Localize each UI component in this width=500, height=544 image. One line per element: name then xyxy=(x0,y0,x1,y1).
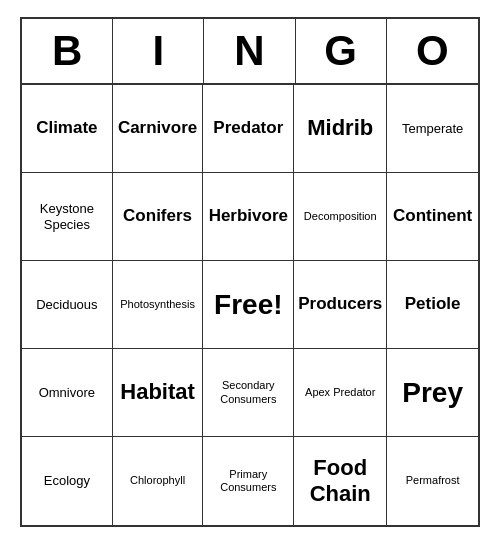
cell-label: Conifers xyxy=(123,206,192,226)
cell-label: Predator xyxy=(213,118,283,138)
bingo-cell: Ecology xyxy=(22,437,113,525)
bingo-cell: Photosynthesis xyxy=(113,261,204,349)
cell-label: Omnivore xyxy=(39,385,95,401)
bingo-cell: Petiole xyxy=(387,261,478,349)
header-letter: N xyxy=(204,19,295,83)
cell-label: Apex Predator xyxy=(305,386,375,399)
bingo-cell: Temperate xyxy=(387,85,478,173)
cell-label: Habitat xyxy=(120,379,195,405)
header-letter: O xyxy=(387,19,478,83)
bingo-cell: Prey xyxy=(387,349,478,437)
cell-label: Decomposition xyxy=(304,210,377,223)
cell-label: Deciduous xyxy=(36,297,97,313)
bingo-cell: Herbivore xyxy=(203,173,294,261)
bingo-cell: Keystone Species xyxy=(22,173,113,261)
bingo-cell: Primary Consumers xyxy=(203,437,294,525)
bingo-grid: ClimateCarnivorePredatorMidribTemperateK… xyxy=(22,85,478,525)
cell-label: Primary Consumers xyxy=(207,468,289,494)
bingo-cell: Carnivore xyxy=(113,85,204,173)
cell-label: Temperate xyxy=(402,121,463,137)
cell-label: Climate xyxy=(36,118,97,138)
bingo-card: BINGO ClimateCarnivorePredatorMidribTemp… xyxy=(20,17,480,527)
bingo-cell: Climate xyxy=(22,85,113,173)
bingo-cell: Secondary Consumers xyxy=(203,349,294,437)
cell-label: Permafrost xyxy=(406,474,460,487)
bingo-cell: Chlorophyll xyxy=(113,437,204,525)
cell-label: Keystone Species xyxy=(26,201,108,232)
cell-label: Petiole xyxy=(405,294,461,314)
bingo-cell: Apex Predator xyxy=(294,349,387,437)
bingo-cell: Permafrost xyxy=(387,437,478,525)
cell-label: Continent xyxy=(393,206,472,226)
bingo-cell: Continent xyxy=(387,173,478,261)
bingo-cell: Producers xyxy=(294,261,387,349)
bingo-cell: Midrib xyxy=(294,85,387,173)
cell-label: Herbivore xyxy=(209,206,288,226)
cell-label: Producers xyxy=(298,294,382,314)
cell-label: Carnivore xyxy=(118,118,197,138)
bingo-cell: Decomposition xyxy=(294,173,387,261)
bingo-cell: Conifers xyxy=(113,173,204,261)
bingo-cell: Food Chain xyxy=(294,437,387,525)
bingo-cell: Free! xyxy=(203,261,294,349)
bingo-cell: Omnivore xyxy=(22,349,113,437)
header-letter: I xyxy=(113,19,204,83)
bingo-cell: Deciduous xyxy=(22,261,113,349)
bingo-cell: Predator xyxy=(203,85,294,173)
cell-label: Photosynthesis xyxy=(120,298,195,311)
cell-label: Prey xyxy=(402,376,463,410)
header-letter: G xyxy=(296,19,387,83)
cell-label: Chlorophyll xyxy=(130,474,185,487)
cell-label: Midrib xyxy=(307,115,373,141)
cell-label: Food Chain xyxy=(298,455,382,508)
cell-label: Ecology xyxy=(44,473,90,489)
bingo-cell: Habitat xyxy=(113,349,204,437)
cell-label: Secondary Consumers xyxy=(207,379,289,405)
cell-label: Free! xyxy=(214,288,282,322)
header-letter: B xyxy=(22,19,113,83)
bingo-header: BINGO xyxy=(22,19,478,85)
